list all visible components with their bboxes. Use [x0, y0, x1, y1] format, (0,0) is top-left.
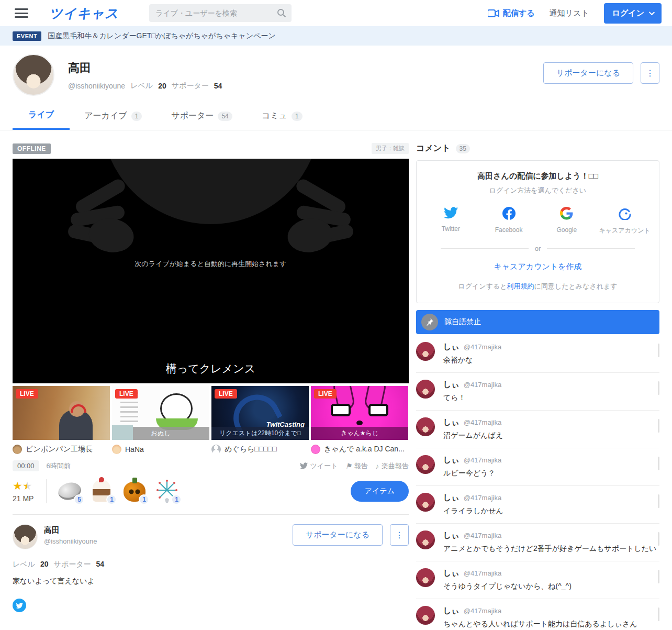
- pinned-comment[interactable]: 隙自語禁止: [416, 310, 659, 334]
- comment-scroll-indicator: [658, 419, 659, 433]
- comment-row[interactable]: しぃ@417majika てら！: [416, 373, 659, 411]
- thumbnail-overlay-text: きゃん★らじ: [311, 427, 408, 440]
- become-supporter-button[interactable]: サポーターになる: [293, 524, 383, 546]
- login-box-subtitle: ログイン方法を選んでください: [422, 186, 654, 195]
- create-account-link[interactable]: キャスアカウントを作成: [422, 262, 654, 272]
- commenter-avatar[interactable]: [416, 606, 435, 625]
- kebab-menu-icon[interactable]: ⋮: [641, 62, 659, 84]
- login-facebook-button[interactable]: Facebook: [480, 207, 538, 235]
- item-pumpkin[interactable]: 1: [122, 479, 147, 504]
- caption-name: きゃんで a.k.a DJ Can...: [324, 445, 405, 454]
- mascot-left-hand: [69, 182, 158, 271]
- broadcast-button[interactable]: 配信する: [488, 8, 535, 18]
- provider-label: Google: [538, 226, 596, 234]
- broadcast-label: 配信する: [503, 8, 535, 18]
- live-badge: LIVE: [115, 389, 138, 399]
- provider-label: Twitter: [422, 225, 480, 233]
- or-label: or: [535, 245, 541, 252]
- tab-archive[interactable]: アーカイブ1: [70, 103, 156, 130]
- thumbnail-caption: HaNa: [112, 445, 209, 454]
- live-thumbnail[interactable]: LIVE ピンポンパン工場長: [13, 386, 110, 454]
- commenter-avatar[interactable]: [416, 530, 435, 549]
- report-button[interactable]: ⚑報告: [345, 461, 368, 471]
- flag-icon: ⚑: [345, 462, 352, 470]
- comment-text: てら！: [443, 393, 501, 403]
- commenter-avatar[interactable]: [416, 568, 435, 587]
- commenter-avatar[interactable]: [416, 493, 435, 512]
- commenter-avatar[interactable]: [416, 342, 435, 361]
- about-section: 高田 @isshoniikiyoune サポーターになる ⋮ レベル20 サポー…: [13, 515, 409, 614]
- comment-row[interactable]: しぃ@417majika ルビー今どう？: [416, 448, 659, 486]
- comment-row[interactable]: しぃ@417majika ちゃんとやる人いればサポート能力は自信あるよしぃさん: [416, 599, 659, 630]
- search-input[interactable]: [149, 4, 292, 22]
- item-coin[interactable]: 5: [57, 479, 82, 504]
- supporters-value: 54: [96, 560, 105, 569]
- twitcasting-logo[interactable]: ツイキャス: [49, 5, 119, 22]
- comment-row[interactable]: しぃ@417majika アニメとかでもそうだけど2番手が好きゲームもサポートし…: [416, 524, 659, 561]
- level-label: レベル: [130, 81, 153, 91]
- star-rating: ★★: [13, 480, 33, 491]
- header-actions: 配信する 通知リスト ログイン: [488, 3, 662, 24]
- live-thumbnail[interactable]: LIVE きゃん★らじ きゃんで a.k.a DJ Can...: [311, 386, 408, 454]
- elapsed-time: 00:00: [13, 460, 39, 471]
- about-name: 高田: [44, 525, 97, 535]
- kebab-menu-icon[interactable]: ⋮: [390, 524, 409, 546]
- comment-row[interactable]: しぃ@417majika イライラしかせん: [416, 486, 659, 524]
- commenter-handle: @417majika: [464, 494, 501, 502]
- event-banner-text[interactable]: 国産黒毛和牛＆カレンダーGET□かぼちゃがちゃがちゃキャンペーン: [48, 31, 275, 41]
- commenter-handle: @417majika: [464, 418, 501, 426]
- hamburger-menu-icon[interactable]: [15, 8, 28, 18]
- tab-live[interactable]: ライブ: [13, 103, 70, 130]
- login-twitter-button[interactable]: Twitter: [422, 207, 480, 235]
- tab-community[interactable]: コミュ1: [247, 103, 317, 130]
- commenter-handle: @417majika: [464, 456, 501, 464]
- comment-row[interactable]: しぃ@417majika 余裕かな: [416, 335, 659, 373]
- star-full-icon: ★: [13, 480, 23, 492]
- commenter-name: しぃ: [443, 493, 460, 503]
- thumbnail-caption: ピンポンパン工場長: [13, 445, 110, 454]
- comment-row[interactable]: しぃ@417majika 沼ゲームがんばえ: [416, 411, 659, 448]
- song-report-button[interactable]: ♪楽曲報告: [375, 461, 409, 471]
- comment-row[interactable]: しぃ@417majika そうゆうタイプじゃないから、ね(^_^): [416, 561, 659, 599]
- thumbnail-caption: きゃんで a.k.a DJ Can...: [311, 445, 408, 454]
- caption-avatar: [112, 445, 121, 454]
- twitter-icon: [13, 599, 26, 612]
- become-supporter-button[interactable]: サポーターになる: [543, 62, 633, 84]
- item-cake[interactable]: 1: [89, 479, 115, 504]
- terms-link[interactable]: 利用規約: [507, 282, 534, 290]
- item-button[interactable]: アイテム: [351, 481, 409, 502]
- tab-archive-badge: 1: [131, 112, 142, 121]
- login-google-button[interactable]: Google: [538, 207, 596, 235]
- comment-scroll-indicator: [658, 607, 659, 621]
- event-banner[interactable]: EVENT 国産黒毛和牛＆カレンダーGET□かぼちゃがちゃがちゃキャンペーン: [0, 26, 672, 46]
- main-content: OFFLINE 男子：雑談 次のライブが始まると自動的に再生開始されます 構って…: [0, 130, 672, 630]
- notification-list-link[interactable]: 通知リスト: [550, 8, 589, 18]
- stream-column: OFFLINE 男子：雑談 次のライブが始まると自動的に再生開始されます 構って…: [13, 143, 409, 630]
- comments-count-badge: 35: [456, 144, 470, 153]
- profile-meta: @isshoniikiyoune レベル20 サポーター54: [68, 81, 222, 91]
- tab-supporters[interactable]: サポーター54: [156, 103, 247, 130]
- live-badge: LIVE: [314, 389, 337, 399]
- live-thumbnail[interactable]: LIVE おぬし HaNa: [112, 386, 209, 454]
- tab-live-label: ライブ: [28, 109, 54, 120]
- thumbnail-image: LIVE: [13, 386, 110, 440]
- commenter-avatar[interactable]: [416, 455, 435, 474]
- login-button[interactable]: ログイン: [604, 3, 662, 24]
- comments-header: コメント 35: [416, 143, 659, 154]
- commenter-name: しぃ: [443, 417, 460, 427]
- commenter-avatar[interactable]: [416, 380, 435, 399]
- comment-text: 沼ゲームがんばえ: [443, 431, 503, 440]
- item-fireworks[interactable]: 1: [154, 479, 180, 504]
- comment-list[interactable]: しぃ@417majika 余裕かな しぃ@417majika てら！ しぃ@41…: [416, 335, 659, 630]
- streamer-avatar[interactable]: [13, 54, 54, 96]
- commenter-avatar[interactable]: [416, 417, 435, 436]
- tweet-button[interactable]: ツイート: [300, 461, 338, 471]
- streamer-avatar-small[interactable]: [13, 524, 38, 549]
- divider: [46, 479, 47, 503]
- music-note-icon: ♪: [375, 462, 379, 470]
- twitter-profile-link[interactable]: [13, 599, 26, 614]
- video-player[interactable]: 次のライブが始まると自動的に再生開始されます 構ってクレメンス: [13, 159, 409, 383]
- category-tag[interactable]: 男子：雑談: [372, 143, 409, 154]
- login-casaccount-button[interactable]: キャスアカウント: [596, 207, 654, 235]
- live-thumbnail[interactable]: LIVE TwitCasting リクエストは22時10分まで□ めぐらら□□□…: [211, 386, 309, 454]
